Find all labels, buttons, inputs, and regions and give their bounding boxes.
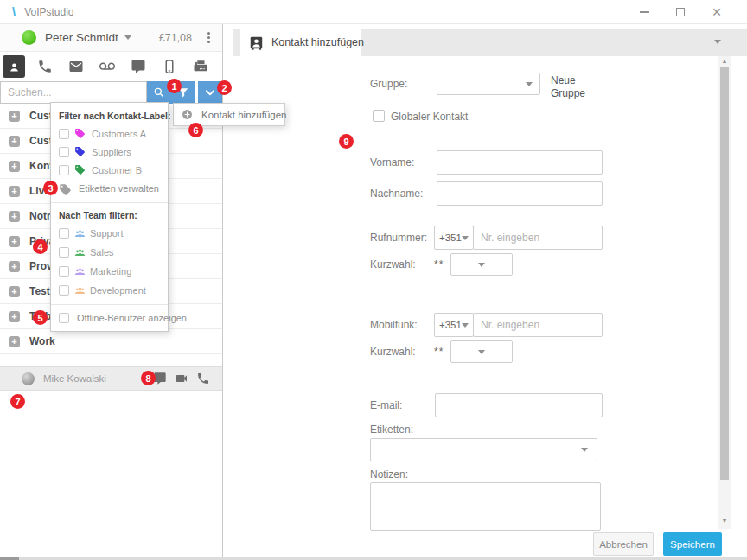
minimize-button[interactable] (638, 6, 650, 18)
label-filter-item[interactable]: Customers A (51, 124, 168, 143)
notizen-label: Notizen: (370, 468, 408, 481)
mobilfunk-input[interactable] (473, 313, 603, 337)
gruppe-select[interactable] (437, 73, 540, 95)
team-filter-item[interactable]: Sales (51, 243, 168, 262)
checkbox[interactable] (59, 165, 69, 175)
chat-tab-icon[interactable] (127, 55, 150, 78)
neue-gruppe-link[interactable]: Neue Gruppe (551, 74, 596, 100)
tab-label: Kontakt hinzufügen (271, 36, 364, 48)
etiketten-label: Etiketten: (370, 423, 413, 436)
checkbox[interactable] (59, 247, 69, 258)
fax-tab-icon[interactable] (189, 55, 212, 78)
checkbox[interactable] (59, 313, 69, 323)
expand-plus-icon[interactable]: + (9, 136, 20, 147)
mobilfunk-label: Mobilfunk: (370, 313, 418, 337)
kurzwahl-select-2[interactable] (450, 340, 513, 363)
user-menu-caret-icon[interactable] (124, 35, 131, 40)
rufnummer-label: Rufnummer: (370, 226, 427, 250)
checkbox[interactable] (59, 285, 69, 296)
save-button[interactable]: Speichern (663, 532, 722, 556)
team-group-icon (74, 228, 86, 239)
email-input[interactable] (435, 393, 603, 417)
select-caret-icon (462, 323, 469, 328)
offline-users-item[interactable]: Offline-Benutzer anzeigen (51, 309, 168, 327)
annotation-badge-9: 9 (339, 134, 354, 149)
notizen-textarea[interactable] (370, 482, 601, 531)
expand-plus-icon[interactable]: + (9, 186, 20, 197)
contact-card-icon (249, 35, 264, 50)
group-row[interactable]: +Work (0, 329, 222, 354)
team-group-icon (74, 285, 86, 296)
mode-toolbar (0, 52, 222, 81)
menu-divider (51, 202, 168, 203)
checkbox[interactable] (59, 129, 69, 139)
expand-plus-icon[interactable]: + (9, 161, 20, 172)
annotation-badge-6: 6 (188, 123, 203, 137)
annotation-badge-7: 7 (10, 394, 25, 409)
voicemail-tab-icon[interactable] (96, 55, 118, 78)
phone-tab-icon[interactable] (34, 55, 56, 78)
team-filter-item[interactable]: Development (51, 281, 168, 300)
label-filter-item[interactable]: Suppliers (51, 143, 168, 161)
expand-plus-icon[interactable]: + (9, 211, 20, 222)
app-window: \ VoIPstudio ✕ Peter Schmidt £71,08 (0, 0, 747, 560)
mail-tab-icon[interactable] (65, 55, 87, 78)
scrollbar-thumb[interactable] (720, 67, 729, 480)
annotation-badge-5: 5 (33, 310, 48, 325)
video-call-icon[interactable] (175, 372, 188, 385)
tab-kontakt-hinzufuegen[interactable]: Kontakt hinzufügen (240, 29, 361, 56)
mobile-tab-icon[interactable] (158, 55, 181, 78)
add-contact-menu-label: Kontakt hinzufügen (201, 110, 286, 120)
kebab-menu-icon[interactable] (206, 30, 212, 45)
checkbox[interactable] (59, 266, 69, 277)
team-filter-item[interactable]: Support (51, 224, 168, 243)
search-input[interactable] (0, 81, 147, 104)
expand-plus-icon[interactable]: + (9, 236, 20, 247)
contact-row[interactable]: Mike Kowalski (0, 366, 222, 391)
label-filter-item[interactable]: Customer B (51, 161, 168, 179)
team-group-icon (74, 247, 86, 258)
add-contact-menu-item[interactable]: Kontakt hinzufügen (173, 103, 285, 126)
maximize-button[interactable] (674, 6, 686, 18)
tag-icon (74, 164, 86, 175)
manage-labels-item[interactable]: Etiketten verwalten (51, 179, 168, 198)
tab-list-caret-icon[interactable] (714, 40, 721, 44)
close-button[interactable]: ✕ (711, 6, 723, 18)
mobilfunk-country-select[interactable]: +351 (434, 313, 474, 337)
scroll-down-icon[interactable]: ▼ (720, 518, 729, 524)
expand-plus-icon[interactable]: + (9, 336, 20, 347)
globaler-kontakt-checkbox[interactable] (373, 110, 385, 122)
expand-plus-icon[interactable]: + (9, 111, 20, 122)
call-action-icon[interactable] (196, 372, 210, 385)
kurzwahl-select[interactable] (450, 253, 513, 276)
tag-icon (74, 128, 86, 139)
menu-divider (51, 304, 168, 305)
vorname-input[interactable] (437, 150, 603, 175)
etiketten-select[interactable] (370, 438, 597, 461)
select-caret-icon (478, 350, 485, 354)
scroll-up-icon[interactable]: ▲ (720, 58, 729, 64)
select-caret-icon (478, 263, 485, 267)
rufnummer-input[interactable] (473, 226, 603, 250)
rufnummer-country-select[interactable]: +351 (434, 226, 474, 250)
cancel-button[interactable]: Abbrechen (593, 532, 654, 556)
expand-plus-icon[interactable]: + (9, 286, 20, 297)
user-name[interactable]: Peter Schmidt (45, 31, 118, 44)
contacts-tab-icon[interactable] (3, 55, 25, 78)
chevron-down-icon (204, 86, 216, 99)
nachname-input[interactable] (437, 181, 603, 206)
team-filter-item[interactable]: Marketing (51, 262, 168, 281)
team-group-icon (74, 266, 86, 277)
user-bar: Peter Schmidt £71,08 (0, 24, 222, 52)
checkbox[interactable] (59, 228, 69, 239)
kurzwahl-prefix-2: ** (434, 340, 444, 364)
annotation-badge-8: 8 (141, 371, 156, 385)
email-label: E-mail: (370, 393, 402, 417)
plus-circle-icon (182, 109, 193, 120)
checkbox[interactable] (59, 147, 69, 157)
expand-plus-icon[interactable]: + (9, 311, 20, 322)
select-caret-icon (526, 82, 533, 86)
expand-plus-icon[interactable]: + (9, 261, 20, 272)
user-status-avatar (22, 30, 36, 45)
tag-icon (59, 183, 72, 194)
